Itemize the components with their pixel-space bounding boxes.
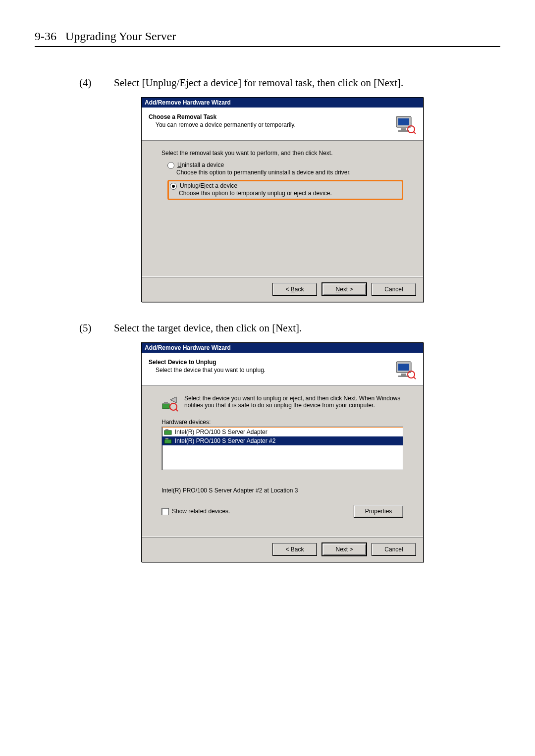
device-item-label: Intel(R) PRO/100 S Server Adapter [175, 429, 268, 435]
svg-point-14 [170, 403, 177, 410]
back-button[interactable]: < Back [272, 283, 317, 296]
cancel-button[interactable]: Cancel [372, 543, 416, 556]
properties-button[interactable]: Properties [354, 505, 403, 518]
wizard-heading: Select Device to Unplug [149, 359, 394, 366]
svg-rect-19 [165, 438, 168, 439]
wizard-footer: < Back Next > Cancel [142, 537, 423, 562]
wizard-content: Select the device you want to unplug or … [142, 386, 423, 537]
page: 9-36 Upgrading Your Server (4) Select [U… [0, 0, 535, 756]
page-body: (4) Select [Unplug/Eject a device] for r… [35, 77, 500, 562]
svg-line-11 [414, 377, 416, 379]
svg-rect-16 [164, 431, 171, 434]
option-uninstall-desc: Choose this option to permanently uninst… [176, 169, 403, 176]
show-related-label: Show related devices. [172, 508, 230, 515]
hardware-icon [394, 359, 416, 380]
device-item-1[interactable]: Intel(R) PRO/100 S Server Adapter [162, 428, 403, 436]
wizard-heading: Choose a Removal Task [149, 113, 394, 120]
option-unplug-eject-label: Unplug/Eject a device [180, 182, 237, 189]
device-location-text: Intel(R) PRO/100 S Server Adapter #2 at … [161, 487, 403, 494]
wizard-select-device-unplug: Add/Remove Hardware Wizard Select Device… [141, 342, 424, 562]
checkbox-icon[interactable] [161, 508, 169, 515]
back-button[interactable]: < Back [272, 543, 317, 556]
svg-rect-12 [162, 404, 169, 409]
cancel-button[interactable]: Cancel [372, 283, 416, 296]
step-number: (5) [79, 322, 104, 334]
wizard-footer: < Back Next > Cancel [142, 276, 423, 302]
svg-rect-13 [164, 402, 168, 404]
wizard-content: Select the removal task you want to perf… [142, 141, 423, 276]
option-unplug-eject[interactable]: Unplug/Eject a device Choose this option… [167, 180, 403, 200]
unplug-icon [161, 395, 178, 412]
page-number: 9-36 [35, 30, 56, 43]
content-footer-row: Show related devices. Properties [161, 505, 403, 518]
wizard-header: Choose a Removal Task You can remove a d… [142, 108, 423, 141]
wizard-choose-removal-task: Add/Remove Hardware Wizard Choose a Remo… [141, 97, 424, 302]
step-4: (4) Select [Unplug/Eject a device] for r… [79, 77, 485, 89]
device-item-label: Intel(R) PRO/100 S Server Adapter #2 [175, 437, 275, 444]
svg-line-15 [176, 409, 178, 411]
radio-unplug-eject[interactable] [170, 183, 177, 190]
hardware-icon [394, 113, 416, 135]
step-5: (5) Select the target device, then click… [79, 322, 485, 334]
next-button[interactable]: Next > [322, 543, 367, 556]
page-title: Upgrading Your Server [65, 30, 176, 43]
wizard-instruction: Select the device you want to unplug or … [161, 395, 403, 412]
page-header: 9-36 Upgrading Your Server [35, 30, 500, 47]
show-related-checkbox[interactable]: Show related devices. [161, 508, 230, 515]
step-text: Select [Unplug/Eject a device] for remov… [114, 77, 485, 89]
nic-icon [164, 428, 172, 436]
wizard-titlebar: Add/Remove Hardware Wizard [142, 343, 423, 353]
svg-rect-17 [165, 429, 168, 431]
step-number: (4) [79, 77, 104, 89]
option-unplug-eject-desc: Choose this option to temporarily unplug… [179, 190, 399, 197]
svg-rect-2 [401, 128, 406, 130]
device-item-2-selected[interactable]: Intel(R) PRO/100 S Server Adapter #2 [162, 436, 403, 445]
svg-rect-7 [398, 364, 409, 371]
step-text: Select the target device, then click on … [114, 322, 485, 334]
next-button[interactable]: Next > [322, 283, 367, 296]
option-uninstall[interactable]: Uninstall a device Choose this option to… [167, 162, 403, 176]
svg-rect-18 [164, 439, 171, 443]
wizard-subheading: Select the device that you want to unplu… [149, 367, 394, 374]
option-uninstall-label: Uninstall a device [177, 162, 224, 168]
wizard-header: Select Device to Unplug Select the devic… [142, 353, 423, 386]
svg-line-5 [414, 132, 416, 134]
wizard-instruction-text: Select the device you want to unplug or … [184, 395, 403, 409]
wizard-subheading: You can remove a device permanently or t… [149, 121, 394, 128]
svg-rect-1 [398, 118, 409, 125]
wizard-titlebar: Add/Remove Hardware Wizard [142, 98, 423, 108]
wizard-intro: Select the removal task you want to perf… [161, 150, 403, 157]
hardware-devices-label: Hardware devices: [161, 419, 403, 426]
radio-uninstall[interactable] [167, 162, 174, 169]
device-list[interactable]: Intel(R) PRO/100 S Server Adapter Intel(… [161, 427, 403, 470]
svg-rect-8 [401, 374, 406, 376]
nic-icon [164, 437, 172, 445]
